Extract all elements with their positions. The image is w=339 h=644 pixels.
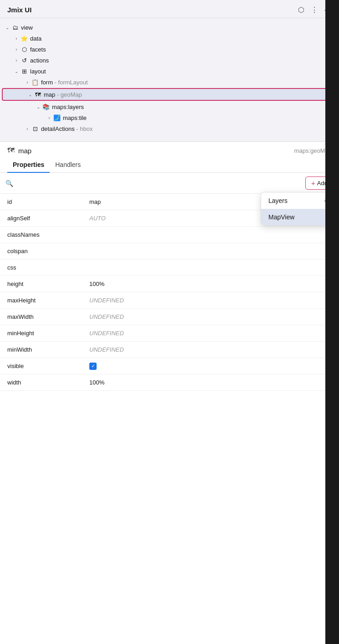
prop-name-visible: visible (7, 363, 89, 369)
map-icon: 🗺 (34, 90, 42, 99)
prop-row-width[interactable]: width 100% (0, 374, 339, 391)
tree-item-facets[interactable]: ⬡ facets (0, 44, 339, 55)
chevron-data (13, 35, 20, 42)
prop-row-maxheight[interactable]: maxHeight UNDEFINED (0, 292, 339, 309)
chevron-map (26, 91, 34, 98)
prop-name-maxheight: maxHeight (7, 297, 89, 304)
tree-label-maps-layers: maps:layers (52, 104, 84, 110)
prop-value-maxwidth: UNDEFINED (89, 313, 332, 320)
visible-checkbox[interactable]: ✓ (89, 363, 97, 370)
bottom-header-left: 🗺 map (7, 146, 31, 155)
tree-label-map: map - geoMap (44, 91, 82, 98)
bottom-map-icon: 🗺 (7, 146, 15, 155)
prop-value-visible: ✓ (89, 363, 332, 370)
props-table: id map alignSelf AUTO classNames colspan… (0, 194, 339, 644)
chevron-maps-tile (46, 114, 53, 121)
chevron-actions (13, 57, 20, 64)
tree-label-actions: actions (30, 57, 49, 64)
prop-row-css[interactable]: css (0, 260, 339, 276)
prop-row-height[interactable]: height 100% (0, 276, 339, 292)
prop-name-width: width (7, 379, 89, 386)
tree-label-facets: facets (30, 46, 46, 53)
right-panel-artifact (325, 0, 339, 644)
bottom-title: map (18, 147, 31, 155)
title-bar: Jmix UI ⬡ ⋮ — (0, 0, 339, 18)
prop-name-maxwidth: maxWidth (7, 313, 89, 320)
tree-label-maps-tile: maps:tile (63, 114, 87, 121)
prop-value-width: 100% (89, 379, 332, 386)
tree-item-maps-tile[interactable]: 🗾 maps:tile (0, 112, 339, 123)
prop-value-minwidth: UNDEFINED (89, 346, 332, 353)
dropdown-menu: Layers › MapView (261, 192, 334, 226)
more-icon[interactable]: ⋮ (311, 5, 318, 14)
search-icon: 🔍 (5, 180, 13, 187)
plus-icon: + (311, 179, 315, 187)
prop-row-maxwidth[interactable]: maxWidth UNDEFINED (0, 309, 339, 325)
bottom-panel: 🗺 map maps:geoMap Properties Handlers 🔍 … (0, 141, 339, 644)
chevron-form (24, 78, 31, 86)
tree-label-form: form - formLayout (41, 79, 88, 86)
detail-actions-icon: ⊡ (31, 125, 39, 133)
prop-row-colspan[interactable]: colspan (0, 243, 339, 260)
prop-name-css: css (7, 264, 89, 271)
tree-label-detail-actions: detailActions - hbox (41, 125, 92, 132)
tabs-bar: Properties Handlers (0, 157, 339, 173)
tree-item-form[interactable]: 📋 form - formLayout (0, 77, 339, 88)
tree-item-detail-actions[interactable]: ⊡ detailActions - hbox (0, 123, 339, 134)
tree-label-view: view (21, 24, 33, 31)
chevron-detail-actions (24, 125, 31, 132)
actions-icon: ↺ (20, 56, 28, 64)
prop-name-alignself: alignSelf (7, 215, 89, 222)
maps-tile-icon: 🗾 (53, 114, 61, 122)
prop-name-minwidth: minWidth (7, 346, 89, 353)
search-add-bar: 🔍 + Add Layers › MapView (0, 173, 339, 194)
prop-row-minwidth[interactable]: minWidth UNDEFINED (0, 342, 339, 358)
tree-panel: 🗂 view ⭐ data ⬡ facets ↺ actions ⊞ layou… (0, 18, 339, 141)
chevron-layout (13, 68, 20, 75)
dropdown-item-mapview[interactable]: MapView (261, 209, 333, 225)
bottom-header: 🗺 map maps:geoMap (0, 142, 339, 157)
tree-item-map[interactable]: 🗺 map - geoMap (2, 88, 337, 101)
chevron-view (4, 24, 11, 31)
prop-name-height: height (7, 280, 89, 287)
prop-name-id: id (7, 198, 89, 205)
prop-value-height: 100% (89, 280, 332, 287)
dropdown-item-layers[interactable]: Layers › (261, 192, 333, 209)
prop-row-minheight[interactable]: minHeight UNDEFINED (0, 325, 339, 342)
tab-properties[interactable]: Properties (7, 157, 50, 173)
prop-name-classnames: classNames (7, 231, 89, 238)
tab-handlers[interactable]: Handlers (50, 157, 86, 173)
tree-label-layout: layout (30, 68, 46, 75)
view-icon: 🗂 (11, 23, 19, 31)
tree-item-actions[interactable]: ↺ actions (0, 55, 339, 66)
data-icon: ⭐ (20, 34, 28, 42)
facets-icon: ⬡ (20, 45, 28, 53)
tree-item-data[interactable]: ⭐ data (0, 33, 339, 44)
prop-value-minheight: UNDEFINED (89, 330, 332, 337)
prop-name-colspan: colspan (7, 248, 89, 254)
prop-value-maxheight: UNDEFINED (89, 297, 332, 304)
search-input-wrap: 🔍 (5, 180, 302, 187)
form-icon: 📋 (31, 78, 39, 86)
layout-icon: ⊞ (20, 67, 28, 75)
prop-row-visible[interactable]: visible ✓ (0, 358, 339, 374)
app-title: Jmix UI (7, 6, 31, 14)
export-icon[interactable]: ⬡ (298, 5, 304, 14)
chevron-maps-layers (35, 103, 42, 110)
prop-row-classnames[interactable]: classNames (0, 227, 339, 243)
prop-name-minheight: minHeight (7, 330, 89, 337)
tree-label-data: data (30, 35, 41, 42)
chevron-facets (13, 46, 20, 53)
tree-item-maps-layers[interactable]: 📚 maps:layers (0, 101, 339, 112)
dropdown-mapview-label: MapView (268, 213, 294, 221)
tree-item-layout[interactable]: ⊞ layout (0, 66, 339, 77)
dropdown-layers-label: Layers (268, 197, 288, 204)
tree-item-view[interactable]: 🗂 view (0, 22, 339, 33)
maps-layers-icon: 📚 (42, 103, 50, 111)
